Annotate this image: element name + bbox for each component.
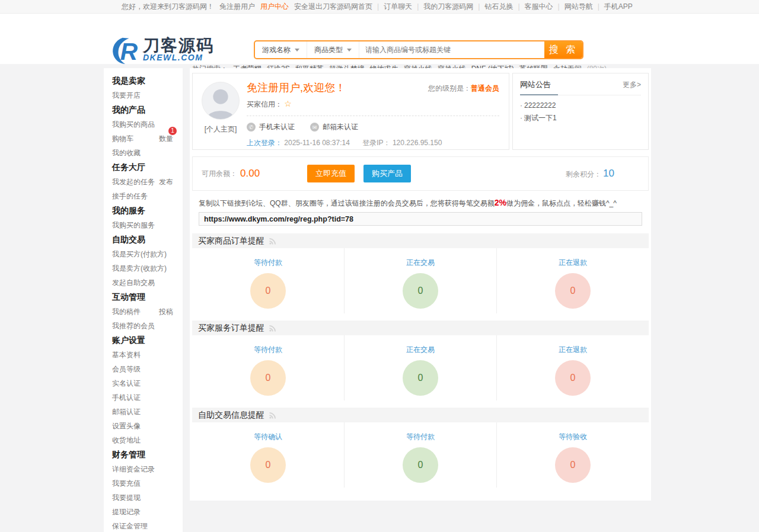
- sidebar-item[interactable]: 我要充值: [112, 476, 183, 491]
- sidebar-item-extra[interactable]: 数量1: [159, 132, 173, 146]
- reminder-section-header: 买家服务订单提醒: [192, 321, 649, 335]
- sidebar-item-label: 我发起的任务: [112, 175, 155, 189]
- buy-products-button[interactable]: 购买产品: [363, 165, 411, 182]
- personal-homepage-link[interactable]: [个人主页]: [205, 124, 237, 134]
- announcement-item[interactable]: 22222222: [520, 100, 641, 111]
- last-login-label: 上次登录：: [247, 139, 282, 147]
- reminder-section-title: 买家商品订单提醒: [198, 236, 264, 246]
- email-verification-status[interactable]: ✉ 邮箱未认证: [310, 122, 358, 132]
- sidebar-item-label: 发起自助交易: [112, 275, 155, 290]
- sidebar-item[interactable]: 接手的任务: [112, 189, 183, 203]
- sidebar-item[interactable]: 我的收藏: [112, 146, 183, 160]
- sidebar-item[interactable]: 我是买方(付款方): [112, 247, 183, 261]
- sidebar-item-label: 基本资料: [112, 348, 141, 362]
- sidebar-item[interactable]: 保证金管理: [112, 519, 183, 532]
- sidebar-item-label: 我的收藏: [112, 146, 141, 160]
- sidebar-item[interactable]: 我购买的服务: [112, 218, 183, 232]
- sidebar-item[interactable]: 我推荐的会员: [112, 319, 183, 333]
- reminder-section: 买家服务订单提醒等待付款0正在交易0正在退款0: [192, 321, 649, 400]
- separator: |: [417, 2, 419, 11]
- topbar-link[interactable]: 网站导航: [565, 2, 593, 12]
- topbar-link[interactable]: 订单聊天: [384, 2, 412, 12]
- level-value-link[interactable]: 普通会员: [471, 84, 499, 92]
- reminder-status-link[interactable]: 等待付款: [254, 258, 282, 268]
- topbar-link[interactable]: 我的刀客源码网: [423, 2, 473, 12]
- reminder-status-link[interactable]: 等待付款: [406, 432, 435, 442]
- logout-link[interactable]: 安全退出: [294, 2, 323, 12]
- topbar-link[interactable]: 刀客源码网首页: [323, 2, 372, 12]
- reminder-cell: 等待付款0: [345, 422, 497, 488]
- referral-block: 复制以下链接到论坛、QQ群、朋友圈等，通过该链接注册的会员交易后，您将获得每笔交…: [192, 198, 649, 226]
- buyer-credit-row: 买家信用： ☆: [247, 99, 499, 110]
- sidebar-item[interactable]: 我是卖方(收款方): [112, 261, 183, 275]
- reminder-status-link[interactable]: 等待付款: [254, 345, 282, 355]
- search-button[interactable]: 搜 索: [544, 41, 582, 58]
- sidebar-item-label: 手机认证: [112, 390, 141, 405]
- sidebar-section-title: 账户设置: [112, 333, 183, 348]
- sidebar-item[interactable]: 手机认证: [112, 390, 183, 405]
- sidebar-item[interactable]: 提现记录: [112, 505, 183, 519]
- sidebar-item[interactable]: 购物车数量1: [112, 132, 183, 146]
- balance-bar: 可用余额： 0.00 立即充值 购买产品 剩余积分：10: [192, 156, 649, 191]
- user-center-link[interactable]: 用户中心: [260, 2, 289, 12]
- sidebar-item-label: 我要开店: [112, 88, 141, 102]
- reminder-count-circle: 0: [555, 447, 591, 483]
- search-bar: 游戏名称 商品类型 搜 索: [254, 40, 583, 59]
- avatar-silhouette-icon: [202, 82, 239, 119]
- game-filter-dropdown[interactable]: 游戏名称: [255, 41, 307, 58]
- sidebar-item[interactable]: 会员等级: [112, 362, 183, 376]
- phone-icon: ✆: [247, 123, 256, 132]
- credit-label: 买家信用：: [247, 100, 282, 108]
- topbar-link[interactable]: 钻石兑换: [484, 2, 513, 12]
- main-content: [个人主页] 免注册用户,欢迎您！ 您的级别是：普通会员 买家信用： ☆ ✆: [190, 68, 651, 501]
- sidebar-item-extra[interactable]: 投稿: [159, 305, 173, 319]
- reminder-count-circle: 0: [403, 360, 438, 396]
- sidebar-item[interactable]: 我要提现: [112, 491, 183, 505]
- sidebar-item[interactable]: 我的稿件投稿: [112, 305, 183, 319]
- referral-link-input[interactable]: [199, 212, 642, 226]
- rss-icon: [269, 238, 276, 245]
- reminder-cell: 正在退款0: [497, 335, 649, 400]
- phone-verification-status[interactable]: ✆ 手机未认证: [247, 122, 295, 132]
- topbar-link[interactable]: 客服中心: [525, 2, 553, 12]
- search-input[interactable]: [359, 41, 544, 58]
- reminder-status-link[interactable]: 正在交易: [406, 258, 435, 268]
- recharge-button[interactable]: 立即充值: [307, 165, 355, 182]
- type-filter-dropdown[interactable]: 商品类型: [307, 41, 359, 58]
- chevron-down-icon: [347, 49, 352, 52]
- sidebar-item-label: 购物车: [112, 132, 133, 146]
- sidebar-item[interactable]: 实名认证: [112, 376, 183, 390]
- sidebar-item[interactable]: 详细资金记录: [112, 462, 183, 476]
- sidebar-item[interactable]: 设置头像: [112, 419, 183, 433]
- reminder-status-link[interactable]: 等待验收: [559, 432, 587, 442]
- announcement-more-link[interactable]: 更多>: [623, 80, 641, 90]
- sidebar-item[interactable]: 我发起的任务发布: [112, 175, 183, 189]
- reminder-sections: 买家商品订单提醒等待付款0正在交易0正在退款0买家服务订单提醒等待付款0正在交易…: [192, 233, 649, 488]
- separator: |: [518, 2, 519, 11]
- verification-status-row: ✆ 手机未认证 ✉ 邮箱未认证: [247, 122, 499, 132]
- sidebar-item-label: 我推荐的会员: [112, 319, 155, 333]
- sidebar-item[interactable]: 收货地址: [112, 433, 183, 447]
- game-filter-label: 游戏名称: [262, 45, 291, 55]
- sidebar-item-label: 会员等级: [112, 362, 141, 376]
- reminder-count-circle: 0: [250, 447, 286, 483]
- sidebar-item-label: 实名认证: [112, 376, 141, 390]
- announcement-item[interactable]: 测试一下1: [520, 111, 641, 125]
- reminder-status-link[interactable]: 正在交易: [406, 345, 435, 355]
- reminder-cell: 正在交易0: [345, 335, 497, 400]
- separator: |: [598, 2, 599, 11]
- sidebar-item[interactable]: 发起自助交易: [112, 275, 183, 290]
- sidebar-item[interactable]: 基本资料: [112, 348, 183, 362]
- separator: |: [478, 2, 480, 11]
- reminder-section: 自助交易信息提醒等待确认0等待付款0等待验收0: [192, 408, 649, 488]
- sidebar-item[interactable]: 邮箱认证: [112, 405, 183, 419]
- reminder-cell: 等待付款0: [192, 248, 345, 313]
- reminder-status-link[interactable]: 正在退款: [559, 258, 587, 268]
- sidebar-item[interactable]: 我要开店: [112, 88, 183, 102]
- reminder-status-link[interactable]: 正在退款: [559, 345, 587, 355]
- topbar-link[interactable]: 手机APP: [604, 2, 633, 12]
- reminder-status-link[interactable]: 等待确认: [254, 432, 282, 442]
- sidebar-item-extra[interactable]: 发布: [159, 175, 173, 189]
- site-logo[interactable]: R 刀客源码 DKEWL.COM: [111, 37, 214, 65]
- reminder-cell: 等待付款0: [192, 335, 345, 400]
